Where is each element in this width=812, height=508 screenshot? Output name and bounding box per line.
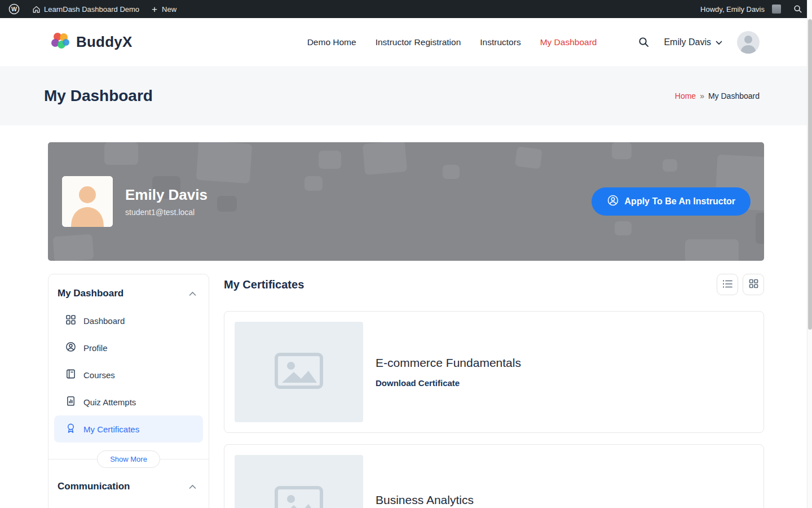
dashboard-sidebar: My Dashboard <box>48 274 209 508</box>
download-certificate-link[interactable]: Download Certificate <box>376 378 460 388</box>
profile-icon <box>65 341 76 354</box>
chevron-up-icon <box>189 291 196 296</box>
decor-rect <box>615 221 632 235</box>
site-header: BuddyX Demo Home Instructor Registration… <box>0 18 812 66</box>
certificate-icon <box>65 423 76 435</box>
certificate-card: Business Analytics <box>224 444 764 508</box>
sidebar-section-title: Communication <box>58 481 130 492</box>
decor-rect <box>612 142 632 159</box>
image-placeholder-icon <box>274 485 324 508</box>
decor-rect <box>685 239 739 261</box>
header-user-name: Emily Davis <box>664 37 711 47</box>
admin-bar-new-label: New <box>162 5 176 14</box>
main-nav: Demo Home Instructor Registration Instru… <box>307 31 760 54</box>
courses-icon <box>65 369 76 381</box>
image-placeholder-icon <box>274 352 324 392</box>
page-scrollbar[interactable] <box>807 0 812 508</box>
chevron-up-icon <box>189 484 196 489</box>
admin-bar-site-menu[interactable]: LearnDash Dashboard Demo <box>26 0 145 18</box>
sidebar-item-messages[interactable]: Messages <box>54 500 203 508</box>
header-search-icon[interactable] <box>638 37 649 47</box>
sidebar-item-label: Profile <box>83 343 108 353</box>
apply-instructor-button[interactable]: Apply To Be An Instructor <box>592 187 751 216</box>
buddyx-logo[interactable]: BuddyX <box>50 30 132 54</box>
admin-bar-site-name: LearnDash Dashboard Demo <box>44 5 139 14</box>
scrollbar-thumb[interactable] <box>808 19 812 330</box>
sidebar-item-courses[interactable]: Courses <box>54 361 203 388</box>
sidebar-item-dashboard[interactable]: Dashboard <box>54 307 203 334</box>
quiz-attempts-icon <box>65 396 76 408</box>
sidebar-item-label: Quiz Attempts <box>83 397 136 407</box>
dashboard-grid-icon <box>65 314 76 327</box>
decor-rect <box>756 213 764 244</box>
certificates-section: My Certificates <box>224 274 764 508</box>
profile-email: student1@test.local <box>125 208 208 217</box>
breadcrumb-current: My Dashboard <box>708 91 760 100</box>
nav-instructor-registration[interactable]: Instructor Registration <box>376 37 461 47</box>
list-view-icon <box>722 279 732 290</box>
certificate-thumbnail <box>235 455 363 508</box>
admin-bar-howdy-menu[interactable]: Howdy, Emily Davis <box>694 0 787 18</box>
profile-avatar <box>62 176 113 227</box>
apply-instructor-label: Apply To Be An Instructor <box>625 196 735 207</box>
certificates-title: My Certificates <box>224 278 304 291</box>
sidebar-item-my-certificates[interactable]: My Certificates <box>54 415 203 443</box>
decor-rect <box>217 196 237 212</box>
certificate-thumbnail <box>235 322 363 422</box>
decor-rect <box>515 146 542 169</box>
decor-rect <box>104 142 138 165</box>
decor-rect <box>53 234 94 261</box>
logo-text: BuddyX <box>76 33 132 51</box>
nav-my-dashboard[interactable]: My Dashboard <box>540 37 597 47</box>
sidebar-item-label: Courses <box>83 370 115 380</box>
decor-rect <box>319 151 341 169</box>
view-toggles <box>717 274 764 295</box>
breadcrumb-home[interactable]: Home <box>675 91 696 100</box>
sidebar-item-label: Dashboard <box>83 316 125 326</box>
admin-bar-avatar <box>772 5 781 14</box>
page-title-band: My Dashboard Home » My Dashboard <box>0 66 812 125</box>
sidebar-section-communication[interactable]: Communication <box>48 472 209 499</box>
wp-logo-icon[interactable]: W <box>2 0 26 18</box>
user-circle-icon <box>607 194 619 209</box>
show-more-button[interactable]: Show More <box>97 450 160 468</box>
decor-rect <box>443 165 460 179</box>
decor-rect <box>363 142 408 175</box>
certificate-title: Business Analytics <box>376 493 474 507</box>
sidebar-section-title: My Dashboard <box>58 288 123 299</box>
sidebar-item-profile[interactable]: Profile <box>54 334 203 361</box>
profile-name: Emily Davis <box>125 186 208 204</box>
decor-rect <box>304 176 323 191</box>
certificate-card: E-commerce Fundamentals Download Certifi… <box>224 311 764 433</box>
admin-bar-new-menu[interactable]: + New <box>145 0 183 18</box>
decor-rect <box>663 159 677 172</box>
home-icon <box>32 5 41 14</box>
wp-admin-bar: W LearnDash Dashboard Demo + New Howdy, … <box>0 0 812 18</box>
nav-instructors[interactable]: Instructors <box>480 37 520 47</box>
show-more-wrap: Show More <box>48 446 209 472</box>
nav-demo-home[interactable]: Demo Home <box>307 37 356 47</box>
profile-banner: Emily Davis student1@test.local Apply To… <box>48 142 764 261</box>
page-title: My Dashboard <box>44 87 153 105</box>
admin-bar-howdy-text: Howdy, Emily Davis <box>700 5 765 14</box>
list-view-button[interactable] <box>717 274 738 295</box>
sidebar-section-my-dashboard[interactable]: My Dashboard <box>48 279 209 306</box>
plus-icon: + <box>152 5 157 14</box>
svg-text:W: W <box>11 6 17 12</box>
sidebar-item-label: My Certificates <box>83 424 139 434</box>
header-avatar[interactable] <box>737 31 760 54</box>
main-area: Emily Davis student1@test.local Apply To… <box>0 125 812 508</box>
admin-bar-search-icon[interactable] <box>787 0 809 18</box>
buddyx-logo-icon <box>50 30 71 54</box>
certificate-title: E-commerce Fundamentals <box>376 356 521 370</box>
grid-view-button[interactable] <box>743 274 764 295</box>
breadcrumb: Home » My Dashboard <box>675 91 760 100</box>
grid-view-icon <box>749 279 758 290</box>
breadcrumb-separator: » <box>700 91 704 100</box>
sidebar-item-quiz-attempts[interactable]: Quiz Attempts <box>54 388 203 415</box>
header-user-menu[interactable]: Emily Davis <box>664 37 722 47</box>
chevron-down-icon <box>716 37 722 47</box>
